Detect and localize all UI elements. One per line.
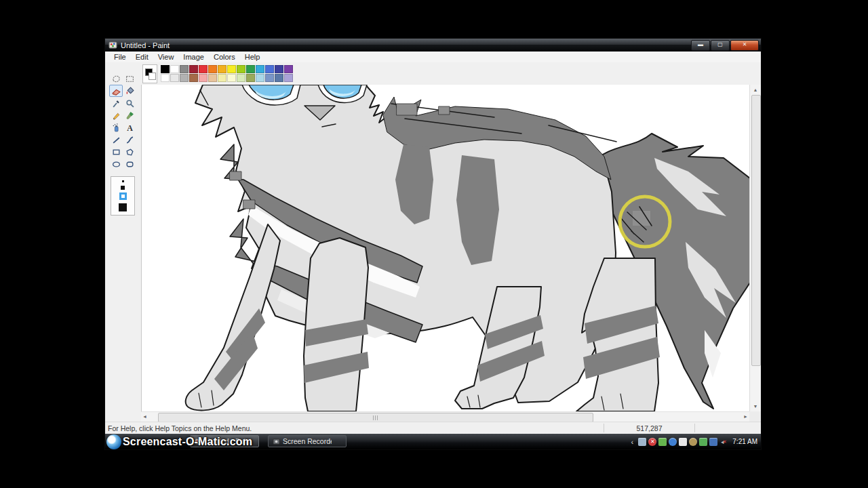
vertical-scroll-thumb[interactable] (751, 95, 761, 366)
menu-colors[interactable]: Colors (209, 53, 240, 61)
palette-color-r1-c6[interactable] (208, 65, 217, 73)
palette-color-r2-c2[interactable] (170, 74, 179, 82)
palette-color-r1-c1[interactable] (161, 65, 170, 73)
palette-color-r2-c8[interactable] (227, 74, 236, 82)
close-button[interactable]: ✕ (730, 40, 759, 51)
tool-text[interactable]: A (123, 121, 136, 134)
cat-front-leg (186, 224, 280, 410)
eraser-size-option-2[interactable] (121, 186, 125, 190)
palette-color-r1-c11[interactable] (256, 65, 264, 73)
palette-color-r2-c3[interactable] (180, 74, 189, 82)
color-palette (161, 65, 293, 82)
tray-icon-network[interactable] (709, 438, 717, 446)
tray-icon-meters[interactable] (699, 438, 707, 446)
menu-view[interactable]: View (153, 53, 179, 61)
palette-color-r2-c7[interactable] (218, 74, 226, 82)
tool-line[interactable] (109, 134, 123, 146)
palette-color-r1-c3[interactable] (180, 65, 189, 73)
maximize-button[interactable]: ▢ (711, 40, 730, 51)
tool-ellipse[interactable] (109, 158, 123, 170)
menu-edit[interactable]: Edit (131, 53, 153, 61)
tool-polygon[interactable] (123, 146, 136, 158)
tool-box: A (105, 62, 141, 422)
horizontal-scroll-thumb[interactable] (158, 413, 593, 422)
tool-grid: A (109, 73, 141, 170)
palette-color-r1-c4[interactable] (189, 65, 198, 73)
palette-color-r2-c12[interactable] (265, 74, 274, 82)
tray-icon-globe[interactable] (689, 438, 697, 446)
taskbar: Screencast-O-Matic.com Untitled - Paint … (105, 434, 761, 449)
palette-color-r2-c10[interactable] (246, 74, 255, 82)
palette-color-r2-c11[interactable] (256, 74, 264, 82)
tray-icon-volume-muted[interactable]: ◂✕ (719, 438, 728, 446)
watermark-text: Screencast-O-Matic.com (123, 436, 252, 448)
eraser-size-option-1[interactable] (122, 180, 124, 182)
minimize-button[interactable]: ▬ (691, 40, 710, 51)
menu-bar: FileEditViewImageColorsHelp (105, 52, 761, 63)
palette-color-r1-c9[interactable] (237, 65, 245, 73)
scroll-up-arrow[interactable]: ▲ (750, 85, 761, 94)
tool-airbrush[interactable] (109, 121, 123, 134)
palette-color-r2-c9[interactable] (237, 74, 245, 82)
paint-window: Untitled - Paint ▬ ▢ ✕ FileEditViewImage… (105, 39, 761, 449)
tool-pick-color[interactable] (109, 97, 123, 109)
drawing-canvas[interactable] (141, 85, 749, 411)
window-title: Untitled - Paint (121, 41, 170, 49)
palette-color-r1-c7[interactable] (218, 65, 226, 73)
scroll-left-arrow[interactable]: ◄ (142, 412, 147, 421)
palette-color-r2-c1[interactable] (161, 74, 170, 82)
palette-color-r1-c14[interactable] (284, 65, 293, 73)
title-bar[interactable]: Untitled - Paint ▬ ▢ ✕ (105, 39, 761, 52)
tool-eraser[interactable] (109, 85, 123, 97)
palette-color-r1-c2[interactable] (170, 65, 179, 73)
scroll-right-arrow[interactable]: ► (743, 412, 748, 421)
tool-rounded-rectangle[interactable] (123, 158, 136, 170)
screen-recorder-task-label: Screen Recorder (283, 437, 332, 445)
tool-brush[interactable] (123, 109, 136, 121)
svg-text:A: A (127, 123, 133, 132)
palette-color-r1-c13[interactable] (275, 65, 283, 73)
tray-icon-updates[interactable] (638, 438, 646, 446)
palette-color-r1-c8[interactable] (227, 65, 236, 73)
system-tray: 7:21 AM ‹✕◂✕ (628, 434, 757, 449)
menu-file[interactable]: File (109, 53, 131, 61)
tool-free-form-select[interactable] (109, 73, 123, 85)
background-color-swatch (149, 73, 156, 80)
palette-color-r1-c12[interactable] (265, 65, 274, 73)
palette-color-r2-c6[interactable] (208, 74, 217, 82)
tool-rectangle[interactable] (109, 146, 123, 158)
menu-image[interactable]: Image (178, 53, 209, 61)
tray-icon-security-alert[interactable]: ✕ (648, 438, 656, 446)
horizontal-scrollbar[interactable]: ◄ ► (141, 411, 749, 422)
tray-icon-green-app[interactable] (658, 438, 667, 446)
palette-color-r2-c14[interactable] (284, 74, 293, 82)
taskbar-button-screen-recorder[interactable]: Screen Recorder (268, 435, 347, 447)
palette-color-r2-c13[interactable] (275, 74, 283, 82)
palette-color-r2-c5[interactable] (199, 74, 208, 82)
tool-magnifier[interactable] (123, 97, 136, 109)
scrollbar-corner (749, 411, 761, 422)
status-bar: For Help, click Help Topics on the Help … (105, 422, 761, 434)
screencast-o-matic-logo (106, 434, 121, 449)
tray-icon-blue-orb[interactable] (669, 438, 677, 446)
palette-color-r2-c4[interactable] (189, 74, 198, 82)
eraser-cursor (633, 211, 650, 226)
scroll-down-arrow[interactable]: ▼ (750, 402, 761, 411)
palette-color-r1-c10[interactable] (246, 65, 255, 73)
tool-select[interactable] (123, 73, 136, 85)
screen-recorder-task-icon (273, 438, 280, 445)
eraser-size-option-3[interactable] (119, 192, 127, 200)
current-colors-well[interactable] (142, 64, 157, 83)
tool-fill-with-color[interactable] (123, 85, 136, 97)
taskbar-clock: 7:21 AM (732, 438, 757, 445)
eraser-size-option-4[interactable] (119, 203, 127, 211)
palette-color-r1-c5[interactable] (199, 65, 208, 73)
tool-curve[interactable] (123, 134, 136, 146)
status-cursor-coordinates: 517,287 (604, 424, 694, 432)
tray-overflow-chevron[interactable]: ‹ (628, 438, 636, 446)
status-help-text: For Help, click Help Topics on the Help … (105, 424, 604, 432)
menu-help[interactable]: Help (240, 53, 265, 61)
tool-pencil[interactable] (109, 109, 123, 121)
vertical-scrollbar[interactable]: ▲ ▼ (749, 85, 761, 411)
tray-icon-messenger[interactable] (679, 438, 687, 446)
